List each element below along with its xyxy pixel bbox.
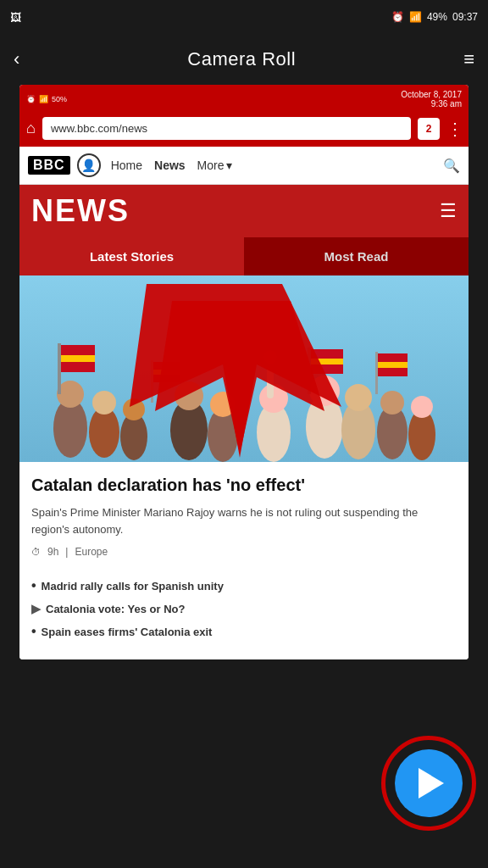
related-link-text-1: Catalonia vote: Yes or No?	[46, 603, 185, 615]
home-button[interactable]: ⌂	[26, 120, 36, 137]
svg-rect-30	[311, 364, 343, 374]
svg-rect-31	[375, 352, 378, 394]
browser-menu-button[interactable]: ⋮	[446, 119, 462, 139]
url-input[interactable]	[42, 117, 411, 140]
browser-wifi-icon: 📶	[39, 95, 48, 103]
browser-date: October 8, 2017	[401, 90, 462, 99]
browser-status-icons: ⏰ 📶 50%	[26, 95, 67, 103]
svg-point-18	[411, 396, 433, 418]
nav-link-news[interactable]: News	[154, 159, 186, 172]
bullet-icon-0: •	[31, 578, 36, 593]
back-button[interactable]: ‹	[14, 48, 19, 70]
tab-count-button[interactable]: 2	[418, 118, 440, 140]
svg-rect-28	[311, 349, 343, 359]
nav-more-button[interactable]: More ▾	[197, 159, 232, 172]
related-link-0[interactable]: • Madrid rally calls for Spanish unity	[31, 578, 457, 593]
url-bar: ⌂ 2 ⋮	[19, 114, 469, 147]
clock-icon: ⏱	[31, 547, 41, 557]
article-separator: |	[65, 546, 68, 558]
browser-battery: 50%	[52, 95, 67, 103]
svg-point-6	[123, 398, 145, 420]
svg-rect-34	[378, 368, 408, 376]
status-right: ⏰ 📶 49% 09:37	[391, 11, 478, 23]
alarm-icon: ⏰	[391, 11, 404, 23]
bbc-logo: BBC	[28, 156, 70, 175]
article-time: 9h	[47, 546, 58, 558]
browser-date-time: October 8, 2017 9:36 am	[401, 90, 462, 108]
svg-rect-23	[151, 360, 153, 403]
article-image-svg	[19, 275, 469, 462]
menu-button[interactable]: ≡	[463, 48, 474, 70]
image-icon: 🖼	[10, 11, 21, 24]
article-summary: Spain's Prime Minister Mariano Rajoy war…	[31, 504, 457, 537]
related-link-text-2: Spain eases firms' Catalonia exit	[42, 626, 213, 638]
bbc-nav-bar: BBC 👤 Home News More ▾ 🔍	[19, 147, 469, 185]
play-icon-1: ▶	[31, 602, 41, 615]
svg-point-4	[92, 391, 116, 415]
article-hero-image	[19, 275, 469, 462]
svg-rect-19	[58, 343, 61, 394]
battery-text: 49%	[427, 11, 447, 23]
related-link-text-0: Madrid rally calls for Spanish unity	[42, 580, 224, 593]
article-category: Europe	[75, 546, 108, 558]
nav-link-home[interactable]: Home	[111, 159, 142, 172]
browser-alarm-icon: ⏰	[26, 95, 36, 103]
svg-point-14	[345, 384, 372, 411]
related-links: • Madrid rally calls for Spanish unity ▶…	[19, 578, 469, 659]
more-label: More	[197, 159, 225, 172]
news-tabs: Latest Stories Most Read	[19, 237, 469, 275]
more-arrow-icon: ▾	[226, 159, 232, 172]
related-link-2[interactable]: • Spain eases firms' Catalonia exit	[31, 624, 457, 639]
news-title: NEWS	[31, 193, 130, 229]
article-meta: ⏱ 9h | Europe	[31, 546, 457, 558]
page-title: Camera Roll	[187, 48, 296, 70]
news-menu-button[interactable]: ☰	[440, 200, 457, 222]
svg-rect-20	[61, 345, 95, 355]
svg-rect-29	[311, 359, 343, 364]
account-icon: 👤	[81, 159, 96, 172]
bbc-account-button[interactable]: 👤	[77, 153, 101, 177]
article-content: Catalan declaration has 'no effect' Spai…	[19, 462, 469, 578]
svg-rect-33	[378, 362, 408, 368]
search-button[interactable]: 🔍	[443, 158, 460, 174]
svg-point-16	[380, 391, 404, 415]
bullet-icon-2: •	[31, 624, 36, 639]
browser-status-bar: ⏰ 📶 50% October 8, 2017 9:36 am	[19, 85, 469, 114]
browser-window: ⏰ 📶 50% October 8, 2017 9:36 am ⌂ 2 ⋮ BB…	[19, 85, 469, 659]
news-header: NEWS ☰	[19, 185, 469, 237]
svg-rect-21	[61, 355, 95, 362]
wifi-icon: 📶	[409, 11, 422, 23]
bbc-nav-links: Home News More ▾	[111, 159, 232, 172]
tab-most-read[interactable]: Most Read	[244, 237, 469, 275]
time-display: 09:37	[452, 11, 478, 23]
tab-latest-stories[interactable]: Latest Stories	[19, 237, 244, 275]
play-button[interactable]	[395, 749, 463, 817]
top-nav: ‹ Camera Roll ≡	[0, 34, 488, 85]
article-headline: Catalan declaration has 'no effect'	[31, 474, 457, 496]
status-bar: 🖼 ⏰ 📶 49% 09:37	[0, 0, 488, 34]
browser-time: 9:36 am	[401, 99, 462, 108]
svg-rect-22	[61, 362, 95, 372]
svg-rect-32	[378, 353, 408, 362]
related-link-1[interactable]: ▶ Catalonia vote: Yes or No?	[31, 602, 457, 615]
status-left: 🖼	[10, 11, 21, 24]
